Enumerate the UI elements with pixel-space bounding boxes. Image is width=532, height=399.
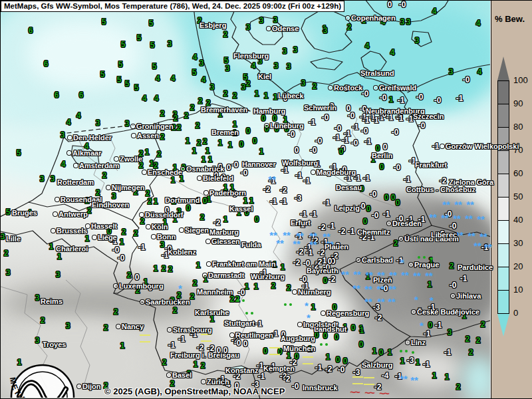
scale-arrow-up-icon — [497, 57, 509, 80]
scale-segments — [497, 80, 509, 314]
scale-segment — [498, 150, 509, 174]
scale-segment — [498, 197, 509, 220]
legend-title: % Bew. — [495, 14, 525, 24]
scale-tick-label: 50 — [513, 192, 523, 201]
scale-segment — [498, 220, 509, 243]
scale-tick-label: 70 — [513, 145, 523, 155]
scale-tick-label: 20 — [513, 261, 523, 271]
country-borders — [1, 1, 490, 398]
weather-map-window: % Bew. 1009080706050403020100 6556555355… — [0, 0, 532, 399]
legend-sidebar: % Bew. 1009080706050403020100 — [491, 1, 532, 398]
metmaps-logo: METMAPS — [5, 362, 91, 398]
cloud-cover-scale — [497, 57, 509, 336]
scale-segment — [498, 290, 509, 313]
scale-segment — [498, 174, 509, 197]
scale-tick-label: 40 — [513, 215, 523, 225]
scale-tick-label: 100 — [513, 75, 528, 85]
scale-tick-label: 30 — [513, 238, 523, 248]
map-canvas[interactable] — [1, 1, 490, 398]
scale-tick-label: 10 — [513, 285, 523, 295]
scale-segment — [498, 127, 509, 150]
scale-segment — [498, 81, 509, 104]
scale-tick-label: 90 — [513, 98, 523, 108]
map-title-bar: MetMaps, Gfs WW-Symbol, Mos Temperature … — [1, 1, 344, 12]
scale-segment — [498, 104, 509, 127]
scale-tick-label: 0 — [513, 308, 518, 318]
copyright-text: © 2025 (AGB), OpenStreetMap, NOAA NCEP — [104, 386, 285, 396]
scale-segment — [498, 267, 509, 290]
scale-tick-label: 60 — [513, 168, 523, 178]
scale-tick-label: 80 — [513, 122, 523, 132]
scale-segment — [498, 243, 509, 267]
scale-arrow-down-icon — [497, 314, 509, 336]
